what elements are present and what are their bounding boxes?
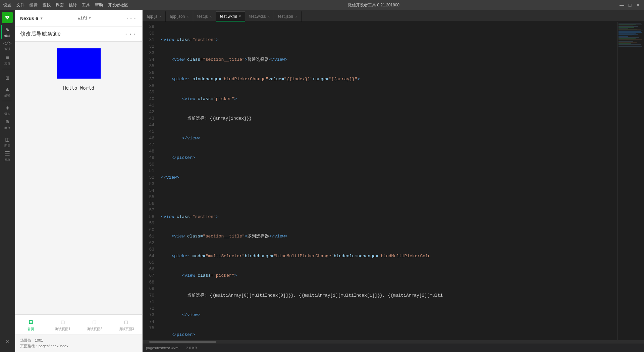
code-content[interactable]: <view class="section"> <view class="sect…	[158, 22, 617, 340]
debug-label: 调试	[4, 47, 10, 51]
code-editor[interactable]: 2930313233 3435363738 3940414243 4445464…	[143, 22, 644, 340]
tab-test-wxml-close[interactable]: ×	[239, 14, 241, 18]
stage-icon: ⊕	[6, 118, 9, 125]
tab-app-json-label: app.json	[170, 14, 185, 19]
close-button[interactable]: ×	[635, 2, 641, 8]
scene-value: 场景值：1001	[20, 338, 137, 344]
home-tab-label: 首页	[28, 327, 34, 332]
tab-test-js[interactable]: test.js ×	[193, 11, 216, 21]
editor-tabs: app.js × app.json × test.js × test.wxml …	[143, 10, 644, 22]
menu-devcom[interactable]: 开发者社区	[108, 2, 128, 8]
phone-info-bar: 场景值：1001 页面路径：pages/index/index	[15, 335, 142, 352]
horizontal-scrollbar[interactable]	[143, 340, 644, 344]
minimize-button[interactable]: —	[619, 2, 625, 8]
tab-test-js-label: test.js	[197, 14, 208, 19]
device-name: Nexus 6	[20, 16, 38, 21]
tab-test-wxss[interactable]: test.wxss ×	[245, 11, 274, 21]
layers-label: 图层	[4, 144, 10, 148]
sidebar-item-close[interactable]: ×	[1, 335, 14, 349]
more-options-button[interactable]: ···	[125, 15, 137, 21]
phone-tab-test2[interactable]: ◻ 测试页面2	[79, 315, 111, 335]
phone-tab-test3[interactable]: ◻ 测试页面3	[110, 315, 142, 335]
sidebar-item-stage[interactable]: ⊕ 舞台	[1, 117, 14, 131]
test1-tab-label: 测试页面1	[55, 327, 70, 332]
minimap-visualization	[618, 22, 644, 340]
menu-ui[interactable]: 界面	[56, 2, 64, 8]
library-icon: ☰	[5, 150, 10, 157]
phone-screen: 修改后导航条title ··· Hello World	[15, 27, 142, 314]
code-line-42: 当前选择: {{multiArray[0][multiIndex[0]]}}, …	[161, 292, 617, 299]
tab-app-js[interactable]: app.js ×	[143, 11, 166, 21]
phone-hello-world: Hello World	[15, 85, 142, 91]
tab-app-json-close[interactable]: ×	[187, 15, 189, 18]
sidebar-item-debug[interactable]: </> 调试	[1, 39, 14, 53]
window-controls[interactable]: — □ ×	[619, 2, 641, 8]
code-line-43: </view>	[161, 312, 617, 318]
library-label: 库存	[4, 158, 10, 162]
code-line-31: <picker bindchange="bindPickerChange" va…	[161, 76, 617, 83]
svg-point-2	[7, 18, 8, 19]
phone-blue-box	[57, 48, 101, 79]
monitor-icon: ⊞	[6, 74, 9, 82]
test3-tab-label: 测试页面3	[119, 327, 134, 332]
code-line-40: <picker mode="multiSelector" bindchange=…	[161, 253, 617, 260]
phone-panel: Nexus 6 ▼ wifi ▼ ··· 修改后导航条title ··· Hel…	[15, 10, 143, 352]
code-line-35: </picker>	[161, 155, 617, 161]
scrollbar-thumb-h[interactable]	[149, 341, 216, 343]
code-line-32: <view class="picker">	[161, 96, 617, 102]
code-line-44: </picker>	[161, 332, 617, 338]
maximize-button[interactable]: □	[627, 2, 633, 8]
phone-tabbar: ⊞ 首页 ◻ 测试页面1 ◻ 测试页面2 ◻ 测试页面3	[15, 314, 142, 335]
tab-test-js-close[interactable]: ×	[210, 15, 212, 18]
sidebar-item-upload[interactable]: ▲ 编译	[1, 85, 14, 99]
tab-test-json[interactable]: test.json ×	[274, 11, 302, 21]
test1-tab-icon: ◻	[61, 318, 65, 326]
menu-tools[interactable]: 工具	[82, 2, 90, 8]
tab-test-json-close[interactable]: ×	[295, 15, 297, 18]
tab-app-js-close[interactable]: ×	[159, 15, 161, 18]
wifi-selector[interactable]: wifi ▼	[78, 16, 91, 21]
sidebar-item-monitor[interactable]: ⊞	[1, 71, 14, 85]
svg-point-0	[5, 16, 7, 18]
edit-label: 编辑	[4, 34, 10, 38]
phone-nav-title-text: 修改后导航条title	[20, 31, 61, 38]
menu-edit[interactable]: 编辑	[30, 2, 38, 8]
sidebar-divider-1	[2, 69, 12, 69]
tab-test-wxml[interactable]: test.wxml ×	[216, 11, 245, 21]
sidebar-item-edit[interactable]: ✎ 编辑	[1, 25, 14, 39]
line-numbers: 2930313233 3435363738 3940414243 4445464…	[143, 22, 158, 340]
menu-search[interactable]: 查找	[43, 2, 51, 8]
brand-logo	[2, 12, 13, 23]
sidebar-item-project[interactable]: ≡ 项目	[1, 53, 14, 67]
svg-point-1	[7, 16, 9, 18]
tab-app-json[interactable]: app.json ×	[166, 11, 193, 21]
sidebar-item-add[interactable]: ✚ 添加	[1, 103, 14, 117]
menu-file[interactable]: 文件	[16, 2, 24, 8]
project-icon: ≡	[6, 54, 9, 61]
page-path: 页面路径：pages/index/index	[20, 343, 137, 349]
tab-test-wxss-close[interactable]: ×	[268, 15, 270, 18]
phone-tab-home[interactable]: ⊞ 首页	[15, 315, 47, 335]
file-size-status: 2.0 KB	[186, 346, 197, 350]
tab-test-wxml-label: test.wxml	[220, 14, 237, 19]
menu-goto[interactable]: 跳转	[69, 2, 77, 8]
test2-tab-label: 测试页面2	[87, 327, 102, 332]
device-selector[interactable]: Nexus 6 ▼	[20, 16, 43, 21]
menu-help[interactable]: 帮助	[95, 2, 103, 8]
add-label: 添加	[4, 112, 10, 116]
menu-settings[interactable]: 设置	[3, 2, 11, 8]
sidebar-item-library[interactable]: ☰ 库存	[1, 149, 14, 163]
menu-bar[interactable]: 设置 文件 编辑 查找 界面 跳转 工具 帮助 开发者社区	[3, 2, 128, 8]
layers-icon: ◫	[6, 136, 9, 143]
sidebar-item-layers[interactable]: ◫ 图层	[1, 135, 14, 148]
code-line-30: <view class="section__title">普通选择器</view…	[161, 56, 617, 63]
wifi-label: wifi	[78, 16, 88, 21]
code-line-38: <view class="section">	[161, 214, 617, 220]
add-icon: ✚	[6, 104, 9, 111]
device-dropdown-arrow: ▼	[40, 16, 43, 20]
phone-tab-test1[interactable]: ◻ 测试页面1	[47, 315, 79, 335]
tab-test-json-label: test.json	[278, 14, 293, 19]
sidebar-divider-2	[2, 101, 12, 101]
code-line-37	[161, 194, 617, 201]
upload-label: 编译	[4, 94, 10, 98]
